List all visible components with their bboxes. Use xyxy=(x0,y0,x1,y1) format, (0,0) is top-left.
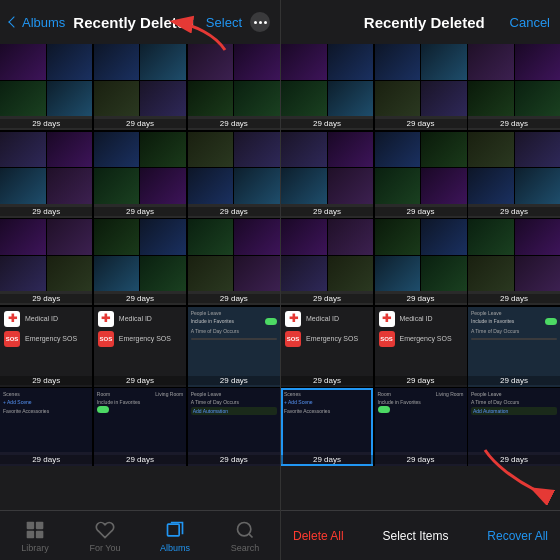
photo-grid-area: 29 days 29 days 29 days xyxy=(0,44,280,510)
grid-cell-4[interactable]: 29 days xyxy=(0,132,92,218)
grid-cell-1[interactable]: 29 days xyxy=(0,44,92,130)
cell-days-5: 29 days xyxy=(94,207,186,216)
cell-days-9: 29 days xyxy=(188,294,280,303)
right-grid-cell-2[interactable]: 29 days xyxy=(375,44,467,130)
grid-cell-people[interactable]: People Leave A Time of Day Occurs Add Au… xyxy=(188,388,280,466)
right-header: Recently Deleted Cancel xyxy=(281,0,560,44)
right-grid-cell-5[interactable]: 29 days xyxy=(375,132,467,218)
right-medical-icon-2: ✚ xyxy=(379,311,395,327)
delete-all-button[interactable]: Delete All xyxy=(293,529,344,543)
cancel-button[interactable]: Cancel xyxy=(510,15,550,30)
header-actions: Select xyxy=(206,12,270,32)
right-photo-grid-area: 29 days 29 days 29 days xyxy=(281,44,560,510)
tab-library[interactable]: Library xyxy=(0,519,70,553)
back-nav[interactable]: Albums xyxy=(10,15,65,30)
left-page-title: Recently Deleted xyxy=(73,14,206,31)
cell-days-1: 29 days xyxy=(0,119,92,128)
right-grid-cell-9[interactable]: 29 days xyxy=(468,219,560,305)
right-grid-cell-1[interactable]: 29 days xyxy=(281,44,373,130)
grid-cell-9[interactable]: 29 days xyxy=(188,219,280,305)
photo-grid: 29 days 29 days 29 days xyxy=(0,44,280,466)
right-grid-room[interactable]: Room Living Room Include in Favorites 29… xyxy=(375,388,467,466)
search-icon xyxy=(234,519,256,541)
albums-icon xyxy=(164,519,186,541)
cell-days-2: 29 days xyxy=(94,119,186,128)
grid-cell-8[interactable]: 29 days xyxy=(94,219,186,305)
select-items-button[interactable]: Select Items xyxy=(382,529,448,543)
grid-cell-home[interactable]: People Leave Include in Favorites A Time… xyxy=(188,307,280,387)
medical-id-icon-2: ✚ xyxy=(98,311,114,327)
sos-icon: SOS xyxy=(4,331,20,347)
cell-days-6: 29 days xyxy=(188,207,280,216)
right-grid-cell-4[interactable]: 29 days xyxy=(281,132,373,218)
right-grid-cell-7[interactable]: 29 days xyxy=(281,219,373,305)
svg-rect-1 xyxy=(36,521,44,529)
svg-rect-2 xyxy=(27,530,35,538)
medical-id-icon: ✚ xyxy=(4,311,20,327)
cell-days-4: 29 days xyxy=(0,207,92,216)
svg-rect-3 xyxy=(36,530,44,538)
tab-search-label: Search xyxy=(231,543,260,553)
svg-rect-0 xyxy=(27,521,35,529)
back-label[interactable]: Albums xyxy=(22,15,65,30)
dot-icon xyxy=(264,21,267,24)
right-panel: Recently Deleted Cancel 29 days 29 days xyxy=(280,0,560,560)
grid-cell-medical-2[interactable]: ✚ Medical ID SOS Emergency SOS 29 days xyxy=(94,307,186,387)
grid-cell-2[interactable]: 29 days xyxy=(94,44,186,130)
right-grid-cell-3[interactable]: 29 days xyxy=(468,44,560,130)
svg-rect-4 xyxy=(168,524,180,536)
library-icon xyxy=(24,519,46,541)
left-panel: Albums Recently Deleted Select xyxy=(0,0,280,560)
right-medical-icon: ✚ xyxy=(285,311,301,327)
tab-bar: Library For You Albums xyxy=(0,510,280,560)
more-button[interactable] xyxy=(250,12,270,32)
left-header: Albums Recently Deleted Select xyxy=(0,0,280,44)
cell-days-7: 29 days xyxy=(0,294,92,303)
right-sos-icon: SOS xyxy=(285,331,301,347)
grid-cell-room[interactable]: Room Living Room Include in Favorites 29… xyxy=(94,388,186,466)
special-days-1: 29 days xyxy=(0,376,92,385)
cell-days-3: 29 days xyxy=(188,119,280,128)
right-grid-cell-8[interactable]: 29 days xyxy=(375,219,467,305)
people-days: 29 days xyxy=(188,455,280,464)
grid-cell-medical-1[interactable]: ✚ Medical ID SOS Emergency SOS 29 days xyxy=(0,307,92,387)
right-grid-medical-1[interactable]: ✚ Medical ID SOS Emergency SOS 29 days xyxy=(281,307,373,387)
sos-icon-2: SOS xyxy=(98,331,114,347)
right-grid-scene[interactable]: Scenes + Add Scene Favorite Accessories … xyxy=(281,388,373,466)
select-button[interactable]: Select xyxy=(206,15,242,30)
recover-all-button[interactable]: Recover All xyxy=(487,529,548,543)
grid-cell-5[interactable]: 29 days xyxy=(94,132,186,218)
right-grid-people[interactable]: People Leave A Time of Day Occurs Add Au… xyxy=(468,388,560,466)
chevron-left-icon xyxy=(8,16,19,27)
room-days: 29 days xyxy=(94,455,186,464)
scene-days: 29 days xyxy=(0,455,92,464)
dot-icon xyxy=(259,21,262,24)
tab-albums-label: Albums xyxy=(160,543,190,553)
grid-cell-6[interactable]: 29 days xyxy=(188,132,280,218)
medical-id-text: Medical ID xyxy=(25,315,58,322)
right-grid-home[interactable]: People Leave Include in Favorites A Time… xyxy=(468,307,560,387)
right-sos-icon-2: SOS xyxy=(379,331,395,347)
right-photo-grid: 29 days 29 days 29 days xyxy=(281,44,560,466)
cell-days-8: 29 days xyxy=(94,294,186,303)
grid-cell-7[interactable]: 29 days xyxy=(0,219,92,305)
svg-point-5 xyxy=(238,522,251,535)
grid-cell-3[interactable]: 29 days xyxy=(188,44,280,130)
dot-icon xyxy=(254,21,257,24)
right-grid-medical-2[interactable]: ✚ Medical ID SOS Emergency SOS 29 days xyxy=(375,307,467,387)
tab-search[interactable]: Search xyxy=(210,519,280,553)
right-page-title: Recently Deleted xyxy=(339,14,510,31)
tab-foryou-label: For You xyxy=(89,543,120,553)
tab-albums[interactable]: Albums xyxy=(140,519,210,553)
grid-cell-scene[interactable]: Scenes + Add Scene Favorite Accessories … xyxy=(0,388,92,466)
tab-for-you[interactable]: For You xyxy=(70,519,140,553)
heart-icon xyxy=(94,519,116,541)
sos-text: Emergency SOS xyxy=(25,335,77,342)
right-grid-cell-6[interactable]: 29 days xyxy=(468,132,560,218)
tab-library-label: Library xyxy=(21,543,49,553)
home-days: 29 days xyxy=(188,376,280,385)
special-days-2: 29 days xyxy=(94,376,186,385)
right-action-bar: Delete All Select Items Recover All xyxy=(281,510,560,560)
